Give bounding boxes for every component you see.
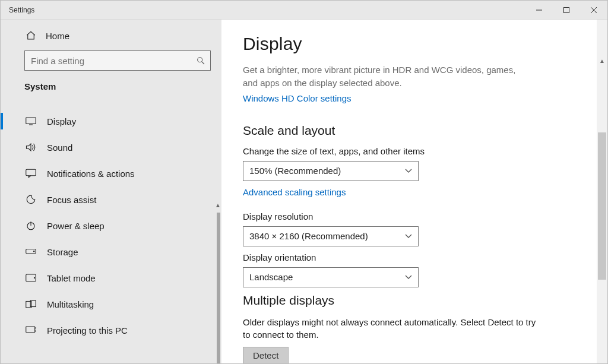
sidebar-item-tablet-mode[interactable]: Tablet mode (1, 265, 221, 291)
hd-color-settings-link[interactable]: Windows HD Color settings (243, 93, 352, 103)
sidebar-item-focus-assist[interactable]: Focus assist (1, 186, 221, 213)
chevron-down-icon (405, 169, 412, 173)
notifications-icon (26, 169, 36, 178)
tablet-icon (26, 274, 36, 282)
sidebar-item-label: Power & sleep (47, 221, 104, 231)
svg-rect-9 (26, 169, 36, 176)
sidebar-item-label: Focus assist (47, 195, 96, 205)
svg-marker-8 (27, 144, 31, 151)
detect-button-label: Detect (253, 350, 278, 360)
multiple-displays-section: Multiple displays Older displays might n… (243, 293, 584, 364)
orientation-dropdown[interactable]: Landscape (243, 267, 419, 287)
titlebar: Settings (1, 1, 607, 20)
chevron-down-icon (405, 234, 412, 239)
main-content: Display Get a brighter, more vibrant pic… (221, 20, 607, 363)
scale-dropdown[interactable]: 150% (Recommended) (243, 161, 419, 181)
svg-rect-1 (564, 7, 569, 12)
svg-line-5 (202, 62, 204, 64)
search-container (24, 50, 211, 71)
storage-icon (26, 248, 36, 255)
orientation-label: Display orientation (243, 252, 584, 262)
resolution-label: Display resolution (243, 211, 584, 221)
sidebar: Home System ▲ Display (1, 20, 221, 363)
minimize-button[interactable] (525, 1, 553, 19)
power-icon (26, 220, 36, 231)
minimize-icon (536, 7, 542, 13)
home-label: Home (46, 31, 69, 41)
project-icon (26, 326, 36, 334)
orientation-dropdown-value: Landscape (249, 272, 293, 282)
advanced-scaling-link[interactable]: Advanced scaling settings (243, 187, 346, 197)
sound-icon (26, 143, 36, 152)
display-icon (26, 117, 36, 125)
sidebar-item-label: Display (47, 116, 76, 126)
settings-window: Settings Home (0, 0, 608, 364)
sidebar-item-label: Notifications & actions (47, 169, 135, 179)
sidebar-item-label: Multitasking (47, 299, 94, 309)
page-title: Display (243, 34, 584, 54)
sidebar-item-label: Tablet mode (47, 273, 96, 283)
detect-button[interactable]: Detect (243, 347, 289, 364)
sidebar-item-power-sleep[interactable]: Power & sleep (1, 213, 221, 239)
svg-point-4 (198, 58, 202, 62)
home-icon (26, 30, 36, 41)
close-button[interactable] (580, 1, 607, 19)
hdr-description: Get a brighter, more vibrant picture in … (243, 64, 516, 90)
multiple-displays-heading: Multiple displays (243, 293, 584, 308)
main-scroll-up-icon[interactable]: ▲ (599, 58, 605, 64)
multitask-icon (26, 300, 36, 308)
sidebar-item-storage[interactable]: Storage (1, 239, 221, 265)
scale-dropdown-value: 150% (Recommended) (249, 166, 341, 176)
scale-label: Change the size of text, apps, and other… (243, 146, 584, 156)
multiple-displays-body: Older displays might not always connect … (243, 316, 540, 341)
home-nav[interactable]: Home (1, 20, 221, 48)
svg-point-15 (34, 277, 34, 278)
search-input[interactable] (25, 51, 190, 70)
search-icon (196, 56, 205, 65)
search-box[interactable] (24, 50, 211, 71)
chevron-down-icon (405, 275, 412, 280)
sidebar-item-label: Projecting to this PC (47, 325, 128, 335)
scale-layout-heading: Scale and layout (243, 124, 584, 138)
sidebar-scrollbar-thumb[interactable] (217, 213, 220, 363)
focus-icon (26, 194, 36, 205)
category-heading: System (1, 77, 221, 97)
sidebar-item-sound[interactable]: Sound (1, 134, 221, 160)
sidebar-item-notifications[interactable]: Notifications & actions (1, 160, 221, 186)
main-scrollbar-track[interactable]: ▲ (597, 20, 607, 363)
resolution-dropdown[interactable]: 3840 × 2160 (Recommended) (243, 226, 419, 246)
svg-rect-6 (26, 118, 36, 124)
sidebar-item-label: Storage (47, 247, 78, 257)
main-scrollbar-thumb[interactable] (598, 132, 606, 280)
svg-point-13 (34, 251, 35, 252)
svg-rect-18 (26, 327, 35, 333)
window-body: Home System ▲ Display (1, 20, 607, 363)
sidebar-item-display[interactable]: Display (1, 108, 221, 134)
sidebar-item-label: Sound (47, 143, 72, 153)
sidebar-item-projecting[interactable]: Projecting to this PC (1, 317, 221, 343)
resolution-dropdown-value: 3840 × 2160 (Recommended) (249, 231, 368, 241)
maximize-button[interactable] (553, 1, 580, 19)
sidebar-item-multitasking[interactable]: Multitasking (1, 291, 221, 317)
close-icon (591, 7, 597, 13)
maximize-icon (563, 7, 569, 13)
window-controls (525, 1, 607, 19)
window-title: Settings (9, 6, 34, 14)
scale-layout-section: Scale and layout Change the size of text… (243, 124, 584, 287)
nav-list: ▲ Display Sound N (1, 97, 221, 363)
